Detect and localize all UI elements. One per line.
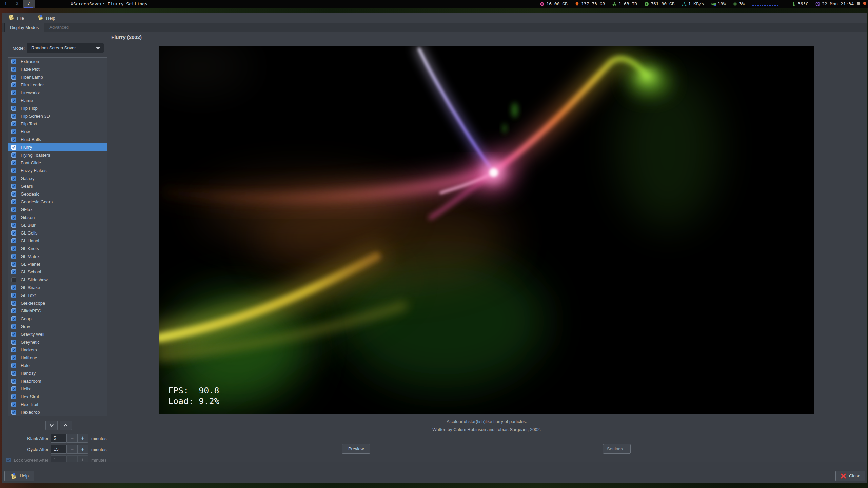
tray-icon-1[interactable] [856, 1, 861, 6]
saver-row[interactable]: Hex Strut [8, 393, 107, 401]
saver-row[interactable]: Halftone [8, 354, 107, 362]
saver-checkbox[interactable] [11, 191, 16, 197]
saver-row[interactable]: Goop [8, 315, 107, 323]
saver-checkbox[interactable] [11, 285, 16, 290]
saver-row[interactable]: Headroom [8, 377, 107, 385]
saver-row[interactable]: Extrusion [8, 58, 107, 65]
saver-checkbox[interactable] [11, 316, 16, 321]
saver-checkbox[interactable] [11, 308, 16, 313]
saver-checkbox[interactable] [11, 269, 16, 274]
saver-checkbox[interactable] [11, 59, 16, 64]
saver-row[interactable]: Flip Screen 3D [8, 112, 107, 120]
saver-checkbox[interactable] [11, 301, 16, 306]
saver-checkbox[interactable] [11, 168, 16, 173]
saver-checkbox[interactable] [11, 410, 16, 415]
help-button[interactable]: Help [4, 471, 34, 481]
spinner-value[interactable]: 5 [51, 434, 67, 443]
saver-checkbox[interactable] [11, 293, 16, 298]
saver-checkbox[interactable] [11, 402, 16, 407]
saver-row[interactable]: Fireworkx [8, 89, 107, 97]
saver-checkbox[interactable] [11, 199, 16, 204]
saver-checkbox[interactable] [11, 207, 16, 212]
saver-checkbox[interactable] [11, 184, 16, 189]
saver-row[interactable]: Gibson [8, 214, 107, 221]
saver-row[interactable]: Film Leader [8, 81, 107, 89]
saver-row[interactable]: Hex Trail [8, 401, 107, 408]
saver-list[interactable]: ExtrusionFade PlotFiber LampFilm LeaderF… [8, 57, 107, 416]
saver-checkbox[interactable] [11, 114, 16, 119]
saver-row[interactable]: Hexadrop [8, 408, 107, 416]
workspace-button-7[interactable]: 7 [23, 0, 35, 8]
saver-checkbox[interactable] [11, 176, 16, 181]
plus-button[interactable]: + [77, 445, 88, 453]
workspace-button-1[interactable]: 1 [0, 0, 12, 8]
saver-checkbox[interactable] [11, 363, 16, 368]
saver-row[interactable]: GL Text [8, 291, 107, 299]
settings-button[interactable]: Settings... [603, 444, 631, 454]
saver-checkbox[interactable] [11, 106, 16, 111]
saver-row[interactable]: GlitchPEG [8, 307, 107, 315]
saver-row[interactable]: Fuzzy Flakes [8, 167, 107, 175]
saver-row[interactable]: GL Hanoi [8, 237, 107, 245]
saver-row[interactable]: Font Glide [8, 159, 107, 167]
plus-button[interactable]: + [77, 434, 88, 442]
tab-advanced[interactable]: Advanced [44, 23, 74, 32]
tab-display-modes[interactable]: Display Modes [4, 23, 44, 32]
saver-row[interactable]: Halo [8, 362, 107, 369]
saver-checkbox[interactable] [11, 230, 16, 236]
saver-checkbox[interactable] [11, 355, 16, 360]
saver-row[interactable]: Flip Text [8, 120, 107, 128]
saver-checkbox[interactable] [11, 277, 16, 282]
saver-row[interactable]: Greynetic [8, 338, 107, 346]
saver-row[interactable]: Handsy [8, 369, 107, 377]
saver-row[interactable]: Gravity Well [8, 330, 107, 338]
saver-row[interactable]: Helix [8, 385, 107, 393]
saver-checkbox[interactable] [11, 223, 16, 228]
saver-row[interactable]: Gears [8, 182, 107, 190]
saver-row[interactable]: GL School [8, 268, 107, 276]
saver-row[interactable]: Fiber Lamp [8, 73, 107, 81]
saver-row[interactable]: Flow [8, 128, 107, 136]
saver-checkbox[interactable] [11, 347, 16, 352]
saver-row[interactable]: Flip Flop [8, 104, 107, 112]
close-button[interactable]: Close [835, 471, 865, 481]
saver-row[interactable]: Fluid Balls [8, 136, 107, 143]
saver-checkbox[interactable] [11, 262, 16, 267]
saver-checkbox[interactable] [11, 82, 16, 87]
saver-checkbox[interactable] [11, 386, 16, 391]
saver-row[interactable]: Galaxy [8, 175, 107, 182]
saver-checkbox[interactable] [11, 98, 16, 103]
saver-checkbox[interactable] [11, 238, 16, 243]
saver-checkbox[interactable] [11, 332, 16, 337]
workspace-button-3[interactable]: 3 [12, 0, 23, 8]
preview-button[interactable]: Preview [342, 444, 370, 454]
minus-button[interactable]: − [67, 445, 77, 453]
saver-checkbox[interactable] [11, 152, 16, 158]
saver-row[interactable]: GL Knots [8, 245, 107, 252]
tray-icon-2[interactable] [863, 1, 867, 6]
saver-checkbox[interactable] [11, 215, 16, 220]
saver-row[interactable]: Hackers [8, 346, 107, 354]
mode-dropdown[interactable]: Random Screen Saver [27, 43, 104, 53]
saver-checkbox[interactable] [11, 121, 16, 126]
saver-checkbox[interactable] [11, 129, 16, 134]
saver-row[interactable]: GFlux [8, 206, 107, 214]
saver-checkbox[interactable] [11, 90, 16, 95]
saver-row[interactable]: Geodesic Gears [8, 198, 107, 206]
spinner-value[interactable]: 15 [51, 445, 67, 454]
saver-row[interactable]: Gleidescope [8, 299, 107, 307]
saver-row[interactable]: GL Blur [8, 221, 107, 229]
menu-file[interactable]: File [6, 14, 26, 22]
saver-checkbox[interactable] [11, 137, 16, 142]
saver-row[interactable]: GL Matrix [8, 252, 107, 260]
scroll-up-button[interactable] [60, 421, 72, 430]
saver-checkbox[interactable] [11, 394, 16, 399]
saver-checkbox[interactable] [11, 379, 16, 384]
saver-checkbox[interactable] [11, 145, 16, 150]
menu-help[interactable]: Help [35, 14, 57, 22]
saver-checkbox[interactable] [11, 324, 16, 329]
saver-row[interactable]: GL Slideshow [8, 276, 107, 284]
saver-row[interactable]: GL Cells [8, 229, 107, 237]
saver-row[interactable]: Flurry [8, 143, 107, 151]
saver-row[interactable]: Grav [8, 323, 107, 330]
